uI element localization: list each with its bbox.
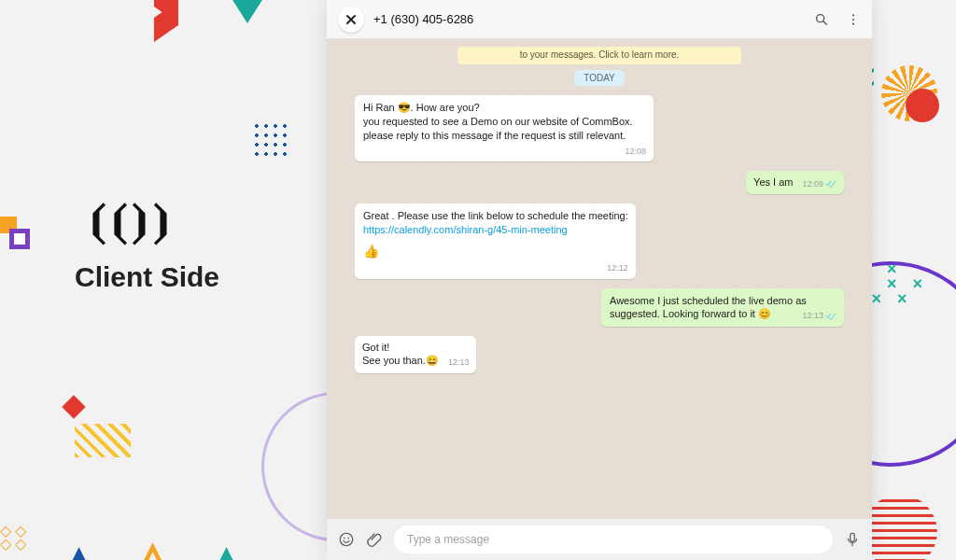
message-row: Awesome I just scheduled the live demo a… (355, 288, 844, 327)
message-text: Great . Please use the link below to sch… (363, 210, 628, 221)
chat-footer (327, 519, 872, 560)
read-receipt-icon (825, 179, 836, 188)
read-receipt-icon (825, 312, 836, 320)
message-text: Awesome I just scheduled the live demo a… (610, 295, 807, 320)
message-row: Great . Please use the link below to sch… (355, 203, 844, 279)
chat-header: +1 (630) 405-6286 (327, 0, 872, 39)
contact-avatar[interactable] (338, 7, 364, 33)
message-time: 12:08 (625, 146, 646, 157)
message-text: Got it! (362, 342, 389, 353)
message-text: Hi Ran 😎. How are you? (363, 102, 480, 113)
message-text: See you than.😄 (362, 355, 439, 366)
message-row: Got it! See you than.😄 12:13 (355, 336, 844, 373)
avatar-icon (344, 12, 358, 27)
thumbs-up-emoji: 👍 (363, 243, 628, 260)
message-bubble-in[interactable]: Hi Ran 😎. How are you? you requested to … (355, 95, 654, 161)
message-bubble-out[interactable]: Yes I am 12:09 (746, 171, 844, 194)
message-time: 12:09 (802, 178, 836, 189)
client-side-label: Client Side (75, 261, 219, 293)
contact-phone: +1 (630) 405-6286 (373, 12, 473, 26)
chat-window: +1 (630) 405-6286 to your messages. Clic… (327, 0, 872, 560)
message-row: Hi Ran 😎. How are you? you requested to … (355, 95, 844, 161)
message-row: Yes I am 12:09 (355, 171, 844, 194)
svg-line-1 (823, 21, 826, 24)
calendly-link[interactable]: https://calendly.com/shiran-g/45-min-mee… (363, 224, 568, 235)
chat-body[interactable]: to your messages. Click to learn more. T… (327, 39, 872, 519)
svg-point-6 (344, 538, 345, 539)
attach-icon[interactable] (366, 531, 383, 548)
mic-icon[interactable] (844, 531, 861, 548)
svg-point-7 (347, 538, 349, 539)
message-bubble-out[interactable]: Awesome I just scheduled the live demo a… (601, 288, 844, 327)
svg-point-2 (852, 14, 854, 16)
search-icon[interactable] (814, 12, 829, 27)
message-input[interactable] (394, 525, 833, 553)
encryption-banner[interactable]: to your messages. Click to learn more. (457, 47, 741, 64)
message-text: Yes I am (753, 176, 793, 188)
menu-icon[interactable] (846, 12, 861, 27)
svg-point-3 (852, 18, 854, 20)
svg-point-4 (852, 22, 854, 24)
message-text: please reply to this message if the requ… (363, 130, 626, 141)
message-bubble-in[interactable]: Got it! See you than.😄 12:13 (355, 336, 476, 373)
message-time: 12:13 (802, 310, 836, 321)
svg-point-5 (340, 533, 353, 546)
message-time: 12:13 (448, 357, 470, 368)
message-text: you requested to see a Demo on our websi… (363, 116, 633, 127)
emoji-icon[interactable] (338, 531, 355, 548)
message-time: 12:12 (607, 262, 628, 273)
svg-rect-8 (851, 533, 855, 541)
date-chip: TODAY (574, 70, 625, 86)
svg-point-0 (817, 14, 824, 21)
message-bubble-in[interactable]: Great . Please use the link below to sch… (355, 203, 636, 279)
